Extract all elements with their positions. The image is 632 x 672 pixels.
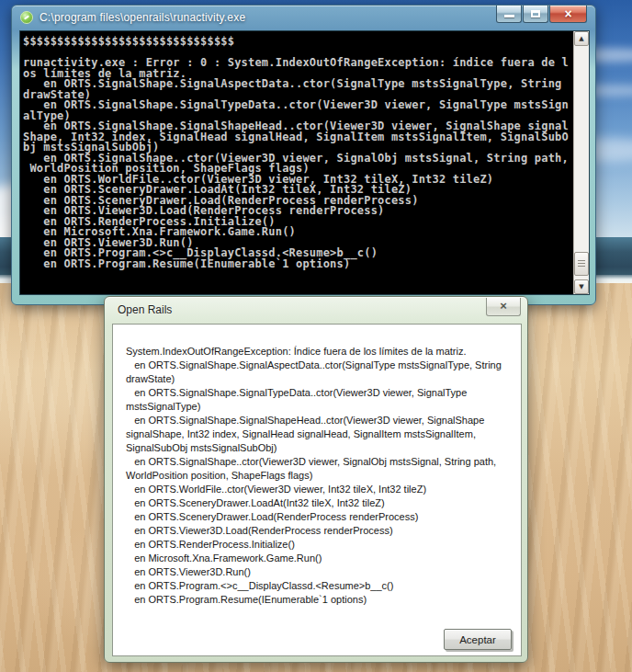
console-window: C:\program files\openrails\runactivity.e… [11,5,596,305]
scroll-down-icon: ▼ [575,280,588,293]
scrollbar-grip-icon [578,260,585,268]
scroll-up-button[interactable]: ▲ [574,31,589,46]
accept-button[interactable]: Aceptar [444,629,512,650]
maximize-icon [531,10,540,17]
desktop: C:\program files\openrails\runactivity.e… [0,0,632,672]
minimize-button[interactable] [496,6,522,23]
window-controls: × [495,6,587,23]
console-titlebar[interactable]: C:\program files\openrails\runactivity.e… [12,6,595,30]
console-scrollbar[interactable]: ▲ ▼ [573,31,589,294]
dialog-titlebar[interactable]: Open Rails × [105,297,527,324]
close-button[interactable]: × [549,6,587,23]
console-body: $$$$$$$$$$$$$$$$$$$$$$$$$$$$$$$ runactiv… [19,30,590,295]
scrollbar-thumb[interactable] [574,252,589,276]
scroll-down-button[interactable]: ▼ [574,279,589,294]
error-dialog: Open Rails × System.IndexOutOfRangeExcep… [104,296,528,663]
minimize-icon [504,15,514,17]
console-title: C:\program files\openrails\runactivity.e… [40,11,245,24]
console-output: $$$$$$$$$$$$$$$$$$$$$$$$$$$$$$$ runactiv… [20,31,573,294]
app-icon [20,11,33,24]
error-stack-trace: System.IndexOutOfRangeException: Índice … [113,325,521,607]
dialog-content-panel: System.IndexOutOfRangeException: Índice … [112,324,522,656]
close-icon: × [550,6,586,22]
maximize-button[interactable] [523,6,548,23]
close-icon: × [487,298,520,314]
scroll-up-icon: ▲ [575,32,588,45]
dialog-close-button[interactable]: × [486,298,521,316]
dialog-title: Open Rails [118,303,172,316]
